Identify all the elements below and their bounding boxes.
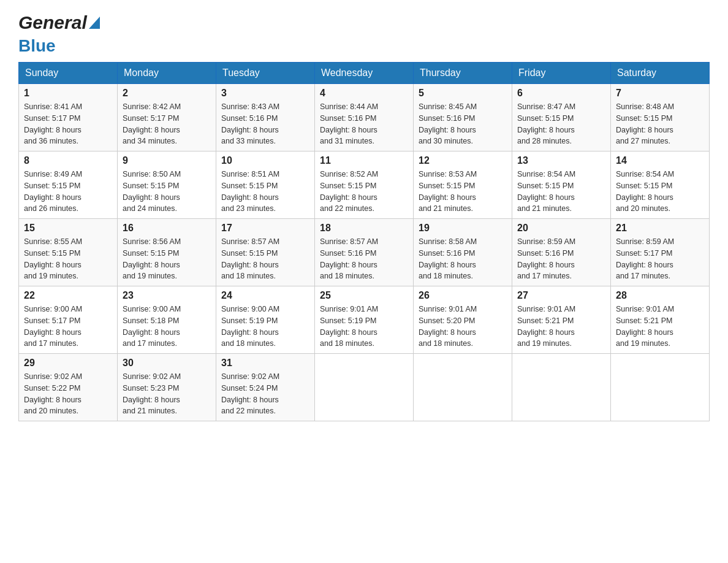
day-number: 22 xyxy=(24,290,112,301)
day-info: Sunrise: 9:01 AMSunset: 5:21 PMDaylight:… xyxy=(616,304,704,350)
calendar-cell: 19Sunrise: 8:58 AMSunset: 5:16 PMDayligh… xyxy=(414,219,512,286)
calendar-cell: 5Sunrise: 8:45 AMSunset: 5:16 PMDaylight… xyxy=(414,84,512,151)
calendar-cell: 10Sunrise: 8:51 AMSunset: 5:15 PMDayligh… xyxy=(216,151,315,219)
day-info: Sunrise: 8:54 AMSunset: 5:15 PMDaylight:… xyxy=(616,169,704,215)
calendar-cell: 13Sunrise: 8:54 AMSunset: 5:15 PMDayligh… xyxy=(512,151,611,219)
calendar-week-row: 29Sunrise: 9:02 AMSunset: 5:22 PMDayligh… xyxy=(19,354,710,421)
day-number: 7 xyxy=(616,88,704,99)
logo: General Blue xyxy=(18,12,100,56)
day-number: 5 xyxy=(419,88,507,99)
svg-marker-0 xyxy=(89,17,100,29)
calendar-cell: 12Sunrise: 8:53 AMSunset: 5:15 PMDayligh… xyxy=(414,151,512,219)
logo-triangle-icon xyxy=(89,17,100,29)
calendar-cell: 26Sunrise: 9:01 AMSunset: 5:20 PMDayligh… xyxy=(414,286,512,354)
calendar-week-row: 1Sunrise: 8:41 AMSunset: 5:17 PMDaylight… xyxy=(19,84,710,151)
calendar-cell: 30Sunrise: 9:02 AMSunset: 5:23 PMDayligh… xyxy=(118,354,216,421)
calendar-cell: 14Sunrise: 8:54 AMSunset: 5:15 PMDayligh… xyxy=(611,151,710,219)
calendar-cell xyxy=(414,354,512,421)
calendar-cell: 27Sunrise: 9:01 AMSunset: 5:21 PMDayligh… xyxy=(512,286,611,354)
calendar-cell: 31Sunrise: 9:02 AMSunset: 5:24 PMDayligh… xyxy=(216,354,315,421)
day-of-week-header: Wednesday xyxy=(315,63,414,84)
day-number: 25 xyxy=(320,290,408,301)
calendar-cell xyxy=(611,354,710,421)
day-info: Sunrise: 9:02 AMSunset: 5:22 PMDaylight:… xyxy=(24,371,112,417)
day-info: Sunrise: 9:00 AMSunset: 5:18 PMDaylight:… xyxy=(123,304,211,350)
day-info: Sunrise: 8:55 AMSunset: 5:15 PMDaylight:… xyxy=(24,236,112,282)
day-info: Sunrise: 8:51 AMSunset: 5:15 PMDaylight:… xyxy=(221,169,309,215)
day-number: 15 xyxy=(24,223,112,234)
day-info: Sunrise: 8:52 AMSunset: 5:15 PMDaylight:… xyxy=(320,169,408,215)
day-number: 9 xyxy=(123,155,211,166)
day-number: 6 xyxy=(517,88,605,99)
calendar-cell: 29Sunrise: 9:02 AMSunset: 5:22 PMDayligh… xyxy=(19,354,118,421)
day-info: Sunrise: 9:02 AMSunset: 5:23 PMDaylight:… xyxy=(123,371,211,417)
day-number: 23 xyxy=(123,290,211,301)
calendar-cell xyxy=(315,354,414,421)
day-info: Sunrise: 9:00 AMSunset: 5:19 PMDaylight:… xyxy=(221,304,309,350)
page-header: General Blue xyxy=(18,12,710,56)
calendar-cell: 3Sunrise: 8:43 AMSunset: 5:16 PMDaylight… xyxy=(216,84,315,151)
calendar-cell: 23Sunrise: 9:00 AMSunset: 5:18 PMDayligh… xyxy=(118,286,216,354)
day-number: 24 xyxy=(221,290,309,301)
calendar-cell: 2Sunrise: 8:42 AMSunset: 5:17 PMDaylight… xyxy=(118,84,216,151)
day-number: 11 xyxy=(320,155,408,166)
day-number: 18 xyxy=(320,223,408,234)
calendar-cell: 6Sunrise: 8:47 AMSunset: 5:15 PMDaylight… xyxy=(512,84,611,151)
day-number: 4 xyxy=(320,88,408,99)
day-number: 29 xyxy=(24,358,112,369)
calendar-cell: 25Sunrise: 9:01 AMSunset: 5:19 PMDayligh… xyxy=(315,286,414,354)
day-info: Sunrise: 8:41 AMSunset: 5:17 PMDaylight:… xyxy=(24,101,112,147)
day-info: Sunrise: 8:54 AMSunset: 5:15 PMDaylight:… xyxy=(517,169,605,215)
calendar-week-row: 8Sunrise: 8:49 AMSunset: 5:15 PMDaylight… xyxy=(19,151,710,219)
day-number: 8 xyxy=(24,155,112,166)
day-of-week-header: Sunday xyxy=(19,63,118,84)
calendar-table: SundayMondayTuesdayWednesdayThursdayFrid… xyxy=(18,62,710,421)
day-info: Sunrise: 8:42 AMSunset: 5:17 PMDaylight:… xyxy=(123,101,211,147)
day-of-week-header: Monday xyxy=(118,63,216,84)
calendar-cell: 15Sunrise: 8:55 AMSunset: 5:15 PMDayligh… xyxy=(19,219,118,286)
calendar-cell: 17Sunrise: 8:57 AMSunset: 5:15 PMDayligh… xyxy=(216,219,315,286)
day-info: Sunrise: 8:57 AMSunset: 5:15 PMDaylight:… xyxy=(221,236,309,282)
calendar-week-row: 22Sunrise: 9:00 AMSunset: 5:17 PMDayligh… xyxy=(19,286,710,354)
day-number: 16 xyxy=(123,223,211,234)
day-number: 10 xyxy=(221,155,309,166)
day-info: Sunrise: 8:43 AMSunset: 5:16 PMDaylight:… xyxy=(221,101,309,147)
day-info: Sunrise: 8:50 AMSunset: 5:15 PMDaylight:… xyxy=(123,169,211,215)
logo-general-text: General xyxy=(18,12,87,33)
calendar-week-row: 15Sunrise: 8:55 AMSunset: 5:15 PMDayligh… xyxy=(19,219,710,286)
day-info: Sunrise: 8:56 AMSunset: 5:15 PMDaylight:… xyxy=(123,236,211,282)
calendar-cell: 24Sunrise: 9:00 AMSunset: 5:19 PMDayligh… xyxy=(216,286,315,354)
calendar-body: 1Sunrise: 8:41 AMSunset: 5:17 PMDaylight… xyxy=(19,84,710,421)
calendar-cell: 16Sunrise: 8:56 AMSunset: 5:15 PMDayligh… xyxy=(118,219,216,286)
calendar-cell xyxy=(512,354,611,421)
day-info: Sunrise: 9:02 AMSunset: 5:24 PMDaylight:… xyxy=(221,371,309,417)
day-number: 17 xyxy=(221,223,309,234)
day-of-week-header: Saturday xyxy=(611,63,710,84)
calendar-cell: 21Sunrise: 8:59 AMSunset: 5:17 PMDayligh… xyxy=(611,219,710,286)
day-info: Sunrise: 8:57 AMSunset: 5:16 PMDaylight:… xyxy=(320,236,408,282)
day-number: 26 xyxy=(419,290,507,301)
day-of-week-header: Thursday xyxy=(414,63,512,84)
header-row: SundayMondayTuesdayWednesdayThursdayFrid… xyxy=(19,63,710,84)
day-number: 12 xyxy=(419,155,507,166)
day-of-week-header: Friday xyxy=(512,63,611,84)
day-info: Sunrise: 9:01 AMSunset: 5:21 PMDaylight:… xyxy=(517,304,605,350)
day-number: 28 xyxy=(616,290,704,301)
logo-blue-text: Blue xyxy=(18,36,56,56)
day-info: Sunrise: 8:45 AMSunset: 5:16 PMDaylight:… xyxy=(419,101,507,147)
calendar-cell: 11Sunrise: 8:52 AMSunset: 5:15 PMDayligh… xyxy=(315,151,414,219)
day-info: Sunrise: 8:53 AMSunset: 5:15 PMDaylight:… xyxy=(419,169,507,215)
day-info: Sunrise: 8:49 AMSunset: 5:15 PMDaylight:… xyxy=(24,169,112,215)
day-number: 2 xyxy=(123,88,211,99)
calendar-cell: 4Sunrise: 8:44 AMSunset: 5:16 PMDaylight… xyxy=(315,84,414,151)
day-number: 14 xyxy=(616,155,704,166)
calendar-header: SundayMondayTuesdayWednesdayThursdayFrid… xyxy=(19,63,710,84)
day-number: 1 xyxy=(24,88,112,99)
day-number: 31 xyxy=(221,358,309,369)
day-number: 19 xyxy=(419,223,507,234)
day-info: Sunrise: 9:01 AMSunset: 5:20 PMDaylight:… xyxy=(419,304,507,350)
calendar-cell: 22Sunrise: 9:00 AMSunset: 5:17 PMDayligh… xyxy=(19,286,118,354)
calendar-cell: 8Sunrise: 8:49 AMSunset: 5:15 PMDaylight… xyxy=(19,151,118,219)
day-number: 20 xyxy=(517,223,605,234)
day-number: 21 xyxy=(616,223,704,234)
